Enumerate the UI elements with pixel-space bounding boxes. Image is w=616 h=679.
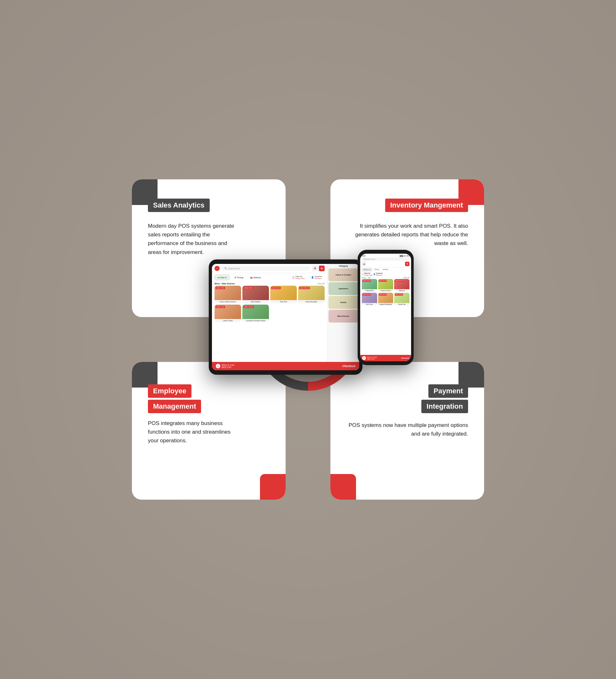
phone-checkout-bar[interactable]: 0 Items in Cart AED 0.00 Checkout	[360, 355, 411, 361]
phone-cart-info: 0 Items in Cart AED 0.00	[362, 356, 377, 360]
item-name: Lamb Chops	[214, 319, 241, 322]
category-heading: Category	[329, 265, 358, 267]
phone-search[interactable]: 🔍 Search here	[362, 258, 410, 261]
phone-device: 6:04 ▐▐▐ wifi 40% 🔍 Search here	[357, 250, 414, 365]
tab-dine-in[interactable]: 🍽 Dine In	[214, 274, 230, 280]
list-item[interactable]: AED 0.00 Pad Thai	[270, 286, 297, 303]
cart-count: 1	[216, 364, 220, 368]
category-entrees[interactable]: Main Entrees	[329, 310, 358, 323]
menu-path: Menu › Main Entrees	[214, 283, 235, 285]
tablet-tabs: 🍽 Dine In 🥡 Pickup 🚗 Delivery	[212, 273, 327, 282]
phone-checkout-button[interactable]: Checkout	[401, 357, 409, 359]
dine-in-icon: 🍽	[217, 277, 219, 279]
item-name: Tropical Green	[378, 289, 393, 292]
list-item[interactable]: AED 0.00 Lamb Chops	[214, 304, 241, 322]
main-container: Sales Analytics Modern day POS systems g…	[132, 180, 484, 499]
price-badge: AED 5.00	[215, 287, 225, 289]
phone-items-grid: AED 22.00 Chamomile AED 22.00 Tropical G…	[360, 279, 411, 305]
phone-tab-pickup[interactable]: Pickup	[373, 268, 380, 271]
phone-customer-info: 👤 Customer Add Now	[373, 272, 383, 276]
phone-assign-now[interactable]: Assign Now	[364, 274, 372, 276]
price-badge: AED 22.00	[395, 280, 403, 282]
list-item[interactable]: AED 22.00 Hibiscus	[394, 279, 410, 292]
list-item-empty	[298, 304, 324, 322]
tab-delivery[interactable]: 🚗 Delivery	[247, 274, 263, 280]
customer-icon: 👤	[311, 276, 314, 279]
list-item[interactable]: AED 0.00 Beef Sliders	[242, 286, 269, 303]
sales-analytics-label: Sales Analytics	[148, 199, 210, 212]
table-icon: 📋	[292, 276, 295, 279]
phone-add-now[interactable]: Add Now	[376, 274, 383, 276]
employee-label-1: Employee	[148, 384, 192, 398]
phone-time: 6:04	[362, 255, 365, 257]
item-name: Pad Thai	[270, 300, 297, 303]
menu-items-grid: AED 5.00 Asian Grilled Salmon AED 0.00 B…	[212, 286, 327, 303]
pickup-icon: 🥡	[234, 276, 237, 279]
star-button-phone[interactable]: ★	[405, 262, 410, 266]
grid-button-phone[interactable]: ⊞	[362, 262, 366, 266]
tab-delivery-label: Delivery	[253, 277, 261, 279]
price-badge: AED 22.00	[379, 293, 387, 296]
cart-info: 1 Items in Cart AED 5.00	[216, 364, 234, 368]
favorites-button[interactable]: ★	[319, 265, 324, 271]
tablet-device: ‹ 🔍 Search here ⊞ ★	[209, 259, 363, 375]
phone-menu-label: Menu - Tea	[362, 277, 370, 279]
search-placeholder: Search here	[228, 267, 240, 270]
payment-label-1: Payment	[429, 384, 468, 398]
list-item[interactable]: AED 32.00 Earl Grey	[362, 293, 377, 305]
phone-app-ui: 6:04 ▐▐▐ wifi 40% 🔍 Search here	[360, 254, 411, 361]
category-label: Cakes & Cookies	[336, 274, 351, 276]
price-badge: AED 32.00	[363, 293, 371, 296]
list-item[interactable]: AED 85.00! Street Noodles	[298, 286, 324, 303]
list-item[interactable]: AED 22.00 Tropical Green	[378, 279, 393, 292]
list-item[interactable]: AED 18.00 Karak Tea	[394, 293, 410, 305]
price-badge: AED 18.00	[395, 293, 403, 296]
search-icon: 🔍	[224, 267, 227, 270]
battery-icon: 40%	[406, 255, 410, 257]
menu-items-row2: AED 0.00 Lamb Chops AED 18.80 Louisiana …	[212, 303, 327, 322]
phone-dine-icon: 🍽	[364, 269, 365, 271]
item-name: Louisiana Chicken Pasta	[242, 319, 269, 322]
price-badge: AED 85.00!	[299, 287, 310, 289]
item-name: Beef Sliders	[242, 300, 269, 303]
phone-cart-amount: AED 0.00	[367, 358, 377, 360]
category-cookies[interactable]: Cakes & Cookies	[329, 268, 358, 281]
phone-menu-row: Menu - Tea View All	[360, 277, 411, 279]
phone-cart-count: 0	[362, 356, 366, 360]
customer-icon: 👤	[373, 273, 375, 275]
table-no-tab[interactable]: 📋 Table No Assign Now	[289, 274, 307, 280]
phone-search-placeholder: Search here	[366, 258, 375, 260]
phone-tab-dine-in[interactable]: 🍽 Dine In	[362, 268, 372, 271]
price-badge: AED 0.00	[243, 287, 253, 289]
view-all-link[interactable]: View All	[317, 283, 324, 285]
list-item[interactable]: AED 5.00 Asian Grilled Salmon	[214, 286, 241, 303]
tab-pickup[interactable]: 🥡 Pickup	[232, 274, 246, 280]
checkout-bar[interactable]: 1 Items in Cart AED 5.00 Checkout	[212, 362, 327, 370]
delivery-icon: 🚗	[250, 276, 252, 279]
table-action[interactable]: Assign Now	[295, 278, 305, 279]
phone-view-all[interactable]: View All	[403, 277, 410, 279]
customer-tab[interactable]: 👤 Customer Add Now	[309, 274, 324, 280]
item-name: Karak Tea	[394, 303, 410, 305]
price-badge: AED 22.00	[363, 280, 371, 282]
list-item[interactable]: AED 18.80 Louisiana Chicken Pasta	[242, 304, 269, 322]
item-name: English Breakfast	[378, 303, 393, 305]
tablet-search[interactable]: 🔍 Search here	[221, 266, 310, 271]
devices-container: ‹ 🔍 Search here ⊞ ★	[196, 244, 420, 435]
employee-label-2: Management	[148, 400, 201, 413]
search-icon: 🔍	[364, 258, 366, 260]
list-item[interactable]: AED 22.00 English Breakfast	[378, 293, 393, 305]
customer-action[interactable]: Add Now	[314, 278, 322, 279]
category-appetizers[interactable]: Appetizers	[329, 282, 358, 295]
tab-dine-in-label: Dine In	[220, 277, 227, 279]
grid-view-button[interactable]: ⊞	[312, 265, 318, 271]
item-name: Asian Grilled Salmon	[214, 300, 241, 303]
item-name: Earl Grey	[362, 303, 377, 305]
back-button[interactable]: ‹	[214, 266, 219, 271]
price-badge: AED 0.00	[271, 287, 281, 289]
item-name: Chamomile	[362, 289, 377, 292]
list-item[interactable]: AED 22.00 Chamomile	[362, 279, 377, 292]
category-salads[interactable]: Salads	[329, 296, 358, 309]
category-panel: Category Cakes & Cookies Appetizers	[327, 264, 359, 370]
phone-tab-delivery[interactable]: Delivery	[381, 268, 390, 271]
